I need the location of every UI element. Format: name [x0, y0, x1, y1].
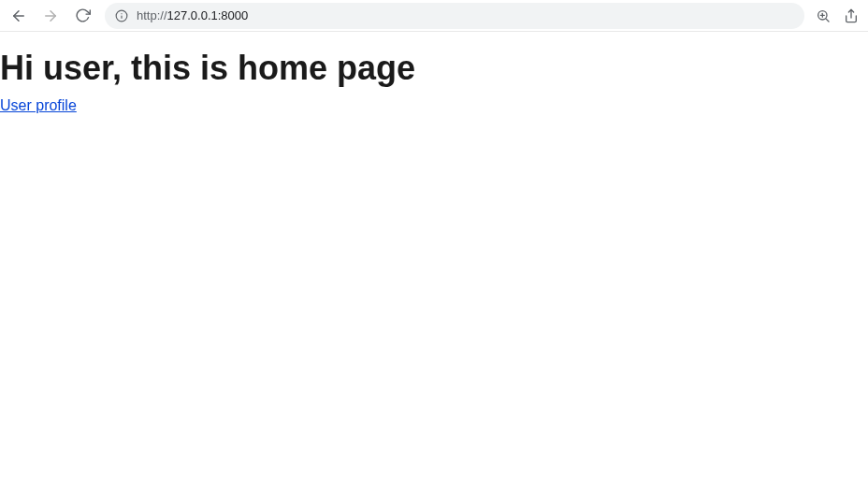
share-button[interactable]: [842, 7, 861, 25]
page-heading: Hi user, this is home page: [0, 49, 868, 88]
toolbar-right: [814, 7, 862, 25]
info-icon: [115, 9, 128, 22]
back-button[interactable]: [6, 3, 32, 29]
page-content: Hi user, this is home page User profile: [0, 32, 868, 114]
svg-line-6: [826, 19, 829, 22]
zoom-button[interactable]: [814, 7, 832, 25]
browser-toolbar: http://127.0.0.1:8000: [0, 0, 868, 32]
address-bar[interactable]: http://127.0.0.1:8000: [105, 3, 804, 29]
share-icon: [844, 8, 859, 23]
url-text: http://127.0.0.1:8000: [137, 8, 248, 22]
forward-button[interactable]: [37, 3, 64, 29]
zoom-icon: [816, 8, 831, 23]
url-host: 127.0.0.1:8000: [167, 8, 249, 22]
reload-button[interactable]: [69, 3, 95, 29]
user-profile-link[interactable]: User profile: [0, 97, 77, 114]
arrow-right-icon: [42, 7, 59, 24]
arrow-left-icon: [10, 7, 27, 24]
url-protocol: http://: [137, 8, 167, 22]
site-info-icon[interactable]: [114, 8, 129, 23]
reload-icon: [75, 7, 91, 23]
